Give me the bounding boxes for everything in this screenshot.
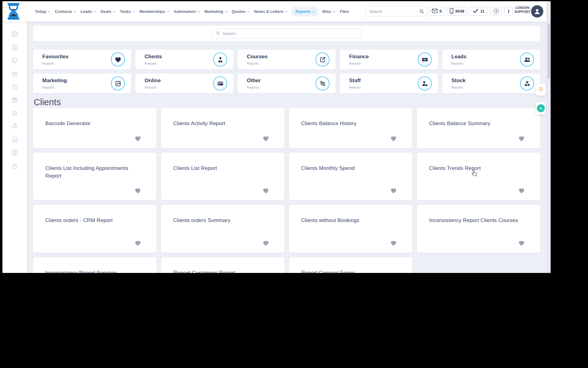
main-nav: Today Contacts Leads Deals bbox=[34, 1, 349, 21]
credit-card-icon bbox=[213, 76, 227, 90]
report-card-clients-orders-crm-report[interactable]: Clients orders - CRM Report bbox=[33, 205, 156, 253]
cube-icon[interactable] bbox=[11, 44, 18, 51]
report-card-report-consent-forms[interactable]: Report Consent Forms bbox=[289, 257, 413, 273]
info-button[interactable]: i bbox=[504, 7, 513, 16]
report-card-clients-monthly-spend[interactable]: Clients Monthly Spend bbox=[289, 153, 413, 200]
report-card-clients-orders-summary[interactable]: Clients orders Summary bbox=[161, 205, 285, 253]
favorite-heart-icon[interactable] bbox=[134, 135, 141, 142]
tasks-badge[interactable]: 11 bbox=[470, 7, 488, 16]
report-card-clients-activity-report[interactable]: Clients Activity Report bbox=[161, 108, 285, 148]
search-icon[interactable] bbox=[416, 7, 427, 16]
topbar-search-placeholder: Search bbox=[366, 9, 416, 14]
category-card-courses[interactable]: Courses Reports bbox=[238, 50, 336, 69]
heart-icon bbox=[111, 52, 125, 67]
category-card-other[interactable]: Other Reports bbox=[238, 74, 336, 93]
account-name: LONDON SUPPORT bbox=[514, 6, 530, 14]
report-card-repeat-customers-report[interactable]: Repeat Customers Report bbox=[161, 257, 285, 273]
favorite-heart-icon[interactable] bbox=[390, 135, 397, 142]
basket-icon[interactable] bbox=[11, 70, 18, 77]
nav-item-notes-letters[interactable]: Notes & Letters bbox=[253, 6, 288, 17]
report-card-clients-balance-summary[interactable]: Clients Balance Summary bbox=[417, 108, 540, 148]
report-card-inconsistency-report-clients-courses[interactable]: Inconsistency Report Clients Courses bbox=[417, 205, 540, 253]
category-card-staff[interactable]: Staff Reports bbox=[340, 74, 438, 93]
crop-icon bbox=[315, 76, 330, 90]
category-card-leads[interactable]: Leads Reports bbox=[442, 50, 540, 69]
report-card-clients-trends-report[interactable]: Clients Trends Report bbox=[417, 153, 540, 200]
category-card-clients[interactable]: Clients Reports bbox=[135, 50, 233, 69]
search-icon bbox=[216, 31, 220, 36]
page-search-input[interactable]: Search... bbox=[212, 29, 361, 38]
nav-item-memberships[interactable]: Memberships bbox=[139, 6, 170, 17]
report-card-inconsistency-report-services[interactable]: Inconsistency Report Services bbox=[33, 257, 156, 273]
chevron-down-icon bbox=[113, 11, 115, 13]
chevron-down-icon bbox=[285, 11, 288, 13]
nav-item-quotes[interactable]: Quotes bbox=[231, 6, 251, 17]
page-search-placeholder: Search... bbox=[223, 31, 239, 36]
chevron-down-icon bbox=[333, 11, 335, 13]
cart-float-button[interactable] bbox=[536, 83, 546, 96]
gift-icon[interactable] bbox=[11, 96, 18, 104]
favorite-heart-icon[interactable] bbox=[262, 187, 269, 194]
phone-icon bbox=[450, 8, 454, 15]
scrollbar[interactable] bbox=[546, 1, 551, 273]
info-icon: i bbox=[508, 9, 509, 14]
report-card-barcode-generator[interactable]: Barcode Generator bbox=[33, 108, 156, 148]
copy-icon[interactable] bbox=[11, 57, 18, 64]
report-card-clients-list-including-appointments-report[interactable]: Clients List Including Appointments Repo… bbox=[33, 153, 156, 200]
favorite-heart-icon[interactable] bbox=[518, 135, 525, 142]
person-tie-icon bbox=[213, 52, 227, 67]
favorite-heart-icon[interactable] bbox=[390, 240, 397, 247]
scrollbar-thumb[interactable] bbox=[548, 23, 550, 79]
envelope-icon bbox=[432, 9, 438, 14]
favorite-heart-icon[interactable] bbox=[390, 187, 397, 194]
favorite-heart-icon[interactable] bbox=[134, 187, 141, 194]
app-logo-hourglass-icon[interactable] bbox=[6, 3, 21, 20]
phone-circle-icon bbox=[537, 104, 545, 112]
tags-icon[interactable] bbox=[11, 123, 18, 130]
avatar[interactable] bbox=[531, 5, 543, 17]
category-card-finance[interactable]: Finance Reports bbox=[340, 50, 438, 69]
category-card-stock[interactable]: Stock Reports bbox=[442, 74, 540, 93]
chevron-down-icon bbox=[132, 11, 135, 13]
help-button[interactable]: ? bbox=[490, 7, 502, 16]
nav-item-tasks[interactable]: Tasks bbox=[119, 6, 136, 17]
favorite-heart-icon[interactable] bbox=[134, 240, 141, 247]
category-card-marketing[interactable]: Marketing Reports bbox=[33, 74, 131, 93]
favorite-heart-icon[interactable] bbox=[262, 240, 269, 247]
nav-item-reports[interactable]: Reports bbox=[291, 6, 318, 17]
nav-item-today[interactable]: Today bbox=[34, 6, 51, 17]
favorite-heart-icon[interactable] bbox=[262, 135, 269, 142]
nav-item-misc[interactable]: Misc bbox=[322, 6, 336, 17]
favorite-heart-icon[interactable] bbox=[518, 187, 525, 194]
nav-item-automation[interactable]: Automation bbox=[173, 6, 201, 17]
people-icon bbox=[520, 52, 534, 67]
browser-window: Today Contacts Leads Deals bbox=[2, 1, 551, 273]
chevron-down-icon bbox=[94, 11, 96, 13]
history-icon[interactable] bbox=[11, 83, 18, 90]
report-card-clients-balance-history[interactable]: Clients Balance History bbox=[289, 108, 413, 148]
chart-doc-icon[interactable] bbox=[11, 136, 18, 143]
category-card-online[interactable]: Online Reports bbox=[135, 74, 233, 93]
nav-item-marketing[interactable]: Marketing bbox=[204, 6, 228, 17]
nav-item-files[interactable]: Files bbox=[339, 6, 349, 17]
cart-icon[interactable] bbox=[11, 109, 18, 117]
nav-item-deals[interactable]: Deals bbox=[100, 6, 116, 17]
report-card-clients-without-bookings[interactable]: Clients without Bookings bbox=[289, 205, 413, 253]
person-circle-icon[interactable] bbox=[11, 149, 18, 156]
calls-badge[interactable]: 6048 bbox=[447, 7, 467, 16]
chevron-down-icon bbox=[74, 11, 76, 13]
nav-item-contacts[interactable]: Contacts bbox=[54, 6, 77, 17]
check-icon bbox=[473, 9, 478, 14]
nav-item-leads[interactable]: Leads bbox=[80, 6, 97, 17]
phone-float-button[interactable] bbox=[536, 102, 546, 114]
svg-text:12: 12 bbox=[13, 34, 16, 36]
messages-badge[interactable]: 0 bbox=[429, 7, 444, 16]
banknote-icon bbox=[418, 52, 432, 67]
report-card-clients-list-report[interactable]: Clients List Report bbox=[161, 153, 285, 200]
favorite-heart-icon[interactable] bbox=[518, 240, 525, 247]
lock-icon[interactable] bbox=[11, 162, 18, 170]
calendar-icon[interactable]: 12 bbox=[11, 30, 18, 38]
topbar-search-input[interactable]: Search bbox=[365, 6, 427, 16]
category-card-favourites[interactable]: Favourites Reports bbox=[33, 50, 131, 69]
chevron-down-icon bbox=[225, 11, 228, 13]
